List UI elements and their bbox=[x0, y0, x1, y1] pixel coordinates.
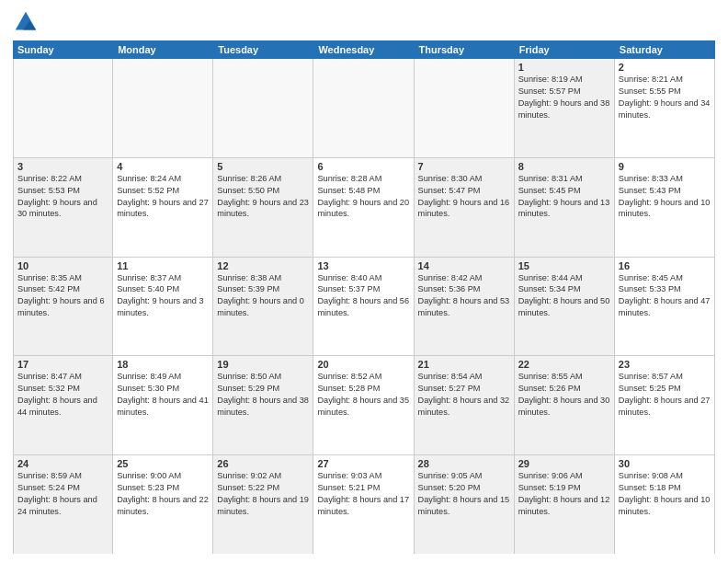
cal-cell: 27Sunrise: 9:03 AM Sunset: 5:21 PM Dayli… bbox=[313, 455, 414, 554]
day-info: Sunrise: 8:31 AM Sunset: 5:45 PM Dayligh… bbox=[518, 173, 610, 221]
header-saturday: Saturday bbox=[615, 40, 715, 59]
cal-cell: 26Sunrise: 9:02 AM Sunset: 5:22 PM Dayli… bbox=[213, 455, 313, 554]
cal-cell: 24Sunrise: 8:59 AM Sunset: 5:24 PM Dayli… bbox=[13, 455, 113, 554]
cal-cell: 2Sunrise: 8:21 AM Sunset: 5:55 PM Daylig… bbox=[615, 59, 715, 157]
day-number: 14 bbox=[418, 260, 510, 271]
day-number: 3 bbox=[17, 161, 108, 172]
logo bbox=[13, 9, 42, 35]
day-info: Sunrise: 8:45 AM Sunset: 5:33 PM Dayligh… bbox=[619, 272, 711, 320]
calendar: SundayMondayTuesdayWednesdayThursdayFrid… bbox=[13, 40, 715, 554]
cal-cell: 21Sunrise: 8:54 AM Sunset: 5:27 PM Dayli… bbox=[415, 356, 515, 454]
day-info: Sunrise: 9:03 AM Sunset: 5:21 PM Dayligh… bbox=[317, 470, 409, 518]
day-info: Sunrise: 8:33 AM Sunset: 5:43 PM Dayligh… bbox=[619, 173, 711, 221]
cal-cell: 22Sunrise: 8:55 AM Sunset: 5:26 PM Dayli… bbox=[515, 356, 615, 454]
day-info: Sunrise: 9:06 AM Sunset: 5:19 PM Dayligh… bbox=[518, 470, 610, 518]
day-info: Sunrise: 8:42 AM Sunset: 5:36 PM Dayligh… bbox=[418, 272, 510, 320]
cal-row-1: 3Sunrise: 8:22 AM Sunset: 5:53 PM Daylig… bbox=[13, 158, 715, 258]
day-number: 7 bbox=[418, 161, 510, 172]
cal-cell: 23Sunrise: 8:57 AM Sunset: 5:25 PM Dayli… bbox=[615, 356, 715, 454]
header-monday: Monday bbox=[113, 40, 213, 59]
cal-cell: 18Sunrise: 8:49 AM Sunset: 5:30 PM Dayli… bbox=[113, 356, 213, 454]
day-info: Sunrise: 8:21 AM Sunset: 5:55 PM Dayligh… bbox=[619, 74, 711, 121]
day-info: Sunrise: 8:30 AM Sunset: 5:47 PM Dayligh… bbox=[418, 173, 510, 221]
day-number: 8 bbox=[518, 161, 610, 172]
day-info: Sunrise: 8:57 AM Sunset: 5:25 PM Dayligh… bbox=[619, 371, 711, 419]
day-number: 12 bbox=[217, 260, 309, 271]
day-number: 21 bbox=[418, 359, 510, 370]
cal-cell: 5Sunrise: 8:26 AM Sunset: 5:50 PM Daylig… bbox=[213, 158, 313, 257]
cal-cell: 1Sunrise: 8:19 AM Sunset: 5:57 PM Daylig… bbox=[515, 59, 615, 157]
day-number: 18 bbox=[117, 359, 209, 370]
day-info: Sunrise: 8:47 AM Sunset: 5:32 PM Dayligh… bbox=[17, 371, 108, 419]
day-number: 17 bbox=[17, 359, 108, 370]
day-number: 30 bbox=[619, 458, 711, 469]
cal-row-0: 1Sunrise: 8:19 AM Sunset: 5:57 PM Daylig… bbox=[13, 59, 715, 158]
calendar-header: SundayMondayTuesdayWednesdayThursdayFrid… bbox=[13, 40, 715, 59]
day-info: Sunrise: 8:59 AM Sunset: 5:24 PM Dayligh… bbox=[17, 470, 108, 518]
day-number: 29 bbox=[518, 458, 610, 469]
page: SundayMondayTuesdayWednesdayThursdayFrid… bbox=[0, 0, 728, 563]
cal-cell: 14Sunrise: 8:42 AM Sunset: 5:36 PM Dayli… bbox=[415, 258, 515, 356]
day-number: 26 bbox=[217, 458, 309, 469]
day-info: Sunrise: 8:38 AM Sunset: 5:39 PM Dayligh… bbox=[217, 272, 309, 320]
day-number: 22 bbox=[518, 359, 610, 370]
day-number: 27 bbox=[317, 458, 409, 469]
cal-cell bbox=[113, 59, 213, 157]
day-info: Sunrise: 9:02 AM Sunset: 5:22 PM Dayligh… bbox=[217, 470, 309, 518]
cal-cell: 16Sunrise: 8:45 AM Sunset: 5:33 PM Dayli… bbox=[615, 258, 715, 356]
day-info: Sunrise: 8:22 AM Sunset: 5:53 PM Dayligh… bbox=[17, 173, 108, 221]
cal-cell bbox=[415, 59, 515, 157]
day-info: Sunrise: 8:24 AM Sunset: 5:52 PM Dayligh… bbox=[117, 173, 209, 221]
day-info: Sunrise: 8:40 AM Sunset: 5:37 PM Dayligh… bbox=[317, 272, 409, 320]
day-number: 25 bbox=[117, 458, 209, 469]
cal-row-2: 10Sunrise: 8:35 AM Sunset: 5:42 PM Dayli… bbox=[13, 258, 715, 357]
cal-cell: 20Sunrise: 8:52 AM Sunset: 5:28 PM Dayli… bbox=[313, 356, 414, 454]
day-number: 6 bbox=[317, 161, 409, 172]
cal-cell: 7Sunrise: 8:30 AM Sunset: 5:47 PM Daylig… bbox=[415, 158, 515, 257]
day-number: 13 bbox=[317, 260, 409, 271]
day-info: Sunrise: 8:35 AM Sunset: 5:42 PM Dayligh… bbox=[17, 272, 108, 320]
header bbox=[13, 9, 715, 35]
day-number: 2 bbox=[619, 62, 711, 73]
day-number: 1 bbox=[518, 62, 610, 73]
day-info: Sunrise: 8:55 AM Sunset: 5:26 PM Dayligh… bbox=[518, 371, 610, 419]
day-number: 9 bbox=[619, 161, 711, 172]
cal-cell: 12Sunrise: 8:38 AM Sunset: 5:39 PM Dayli… bbox=[213, 258, 313, 356]
day-number: 15 bbox=[518, 260, 610, 271]
cal-cell: 17Sunrise: 8:47 AM Sunset: 5:32 PM Dayli… bbox=[13, 356, 113, 454]
header-tuesday: Tuesday bbox=[213, 40, 313, 59]
header-sunday: Sunday bbox=[13, 40, 113, 59]
day-number: 23 bbox=[619, 359, 711, 370]
day-info: Sunrise: 8:19 AM Sunset: 5:57 PM Dayligh… bbox=[518, 74, 610, 121]
day-number: 28 bbox=[418, 458, 510, 469]
day-info: Sunrise: 8:49 AM Sunset: 5:30 PM Dayligh… bbox=[117, 371, 209, 419]
cal-row-4: 24Sunrise: 8:59 AM Sunset: 5:24 PM Dayli… bbox=[13, 455, 715, 554]
cal-cell: 6Sunrise: 8:28 AM Sunset: 5:48 PM Daylig… bbox=[313, 158, 414, 257]
day-number: 20 bbox=[317, 359, 409, 370]
day-number: 4 bbox=[117, 161, 209, 172]
day-info: Sunrise: 8:52 AM Sunset: 5:28 PM Dayligh… bbox=[317, 371, 409, 419]
cal-cell bbox=[213, 59, 313, 157]
day-info: Sunrise: 8:54 AM Sunset: 5:27 PM Dayligh… bbox=[418, 371, 510, 419]
cal-cell: 15Sunrise: 8:44 AM Sunset: 5:34 PM Dayli… bbox=[515, 258, 615, 356]
cal-cell: 28Sunrise: 9:05 AM Sunset: 5:20 PM Dayli… bbox=[415, 455, 515, 554]
cal-cell: 30Sunrise: 9:08 AM Sunset: 5:18 PM Dayli… bbox=[615, 455, 715, 554]
header-friday: Friday bbox=[515, 40, 615, 59]
day-number: 10 bbox=[17, 260, 108, 271]
day-info: Sunrise: 8:44 AM Sunset: 5:34 PM Dayligh… bbox=[518, 272, 610, 320]
day-info: Sunrise: 9:08 AM Sunset: 5:18 PM Dayligh… bbox=[619, 470, 711, 518]
day-number: 11 bbox=[117, 260, 209, 271]
cal-cell bbox=[13, 59, 113, 157]
day-number: 24 bbox=[17, 458, 108, 469]
cal-cell: 9Sunrise: 8:33 AM Sunset: 5:43 PM Daylig… bbox=[615, 158, 715, 257]
cal-cell: 19Sunrise: 8:50 AM Sunset: 5:29 PM Dayli… bbox=[213, 356, 313, 454]
cal-cell: 11Sunrise: 8:37 AM Sunset: 5:40 PM Dayli… bbox=[113, 258, 213, 356]
cal-cell: 10Sunrise: 8:35 AM Sunset: 5:42 PM Dayli… bbox=[13, 258, 113, 356]
cal-cell: 3Sunrise: 8:22 AM Sunset: 5:53 PM Daylig… bbox=[13, 158, 113, 257]
day-info: Sunrise: 8:28 AM Sunset: 5:48 PM Dayligh… bbox=[317, 173, 409, 221]
cal-cell: 8Sunrise: 8:31 AM Sunset: 5:45 PM Daylig… bbox=[515, 158, 615, 257]
day-info: Sunrise: 8:37 AM Sunset: 5:40 PM Dayligh… bbox=[117, 272, 209, 320]
calendar-body: 1Sunrise: 8:19 AM Sunset: 5:57 PM Daylig… bbox=[13, 59, 715, 554]
day-number: 5 bbox=[217, 161, 309, 172]
day-number: 19 bbox=[217, 359, 309, 370]
